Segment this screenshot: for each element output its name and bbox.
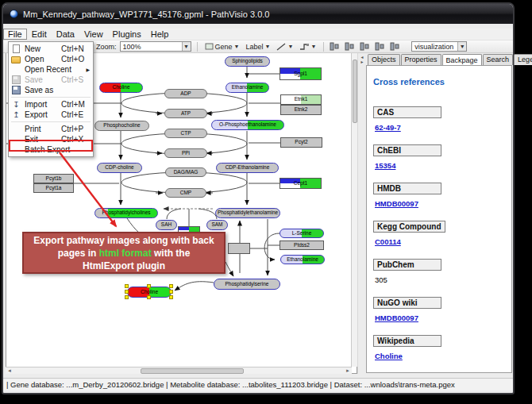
xref-section-pubchem: PubChem305 (373, 256, 505, 284)
scroll-left-icon[interactable]: ◄ (7, 368, 12, 373)
tab-search[interactable]: Search (483, 54, 514, 65)
chevron-down-icon[interactable]: ▼ (457, 42, 466, 51)
toolbar-match-width-icon[interactable] (360, 42, 370, 51)
node-cdp-choline[interactable]: CDP-choline (97, 163, 142, 173)
node-cdp-ethanolamine[interactable]: CDP-Ethanolamine (216, 163, 279, 173)
menubar-item-data[interactable]: Data (52, 29, 79, 40)
menu-item-new[interactable]: NewCtrl+N (9, 44, 93, 54)
menu-item-save[interactable]: SaveCtrl+S (9, 75, 93, 85)
xref-value: 62-49-7 (375, 123, 505, 132)
node-dag-mag[interactable]: DAG/MAG (165, 167, 206, 177)
node-ppi[interactable]: PPi (164, 148, 207, 158)
xref-value: C00114 (375, 237, 505, 246)
collapse-right-icon[interactable]: ► (360, 60, 364, 64)
xref-link[interactable]: C00114 (375, 237, 401, 246)
node-cmp[interactable]: CMP (165, 188, 206, 198)
tab-objects[interactable]: Objects (368, 54, 400, 65)
toolbar-stack-icon[interactable] (390, 42, 400, 51)
xref-link[interactable]: 62-49-7 (375, 123, 401, 132)
node-ethanolamine[interactable]: Ethanolamine (226, 83, 269, 93)
toolbar-align-horizontal-icon[interactable] (330, 42, 340, 51)
menu-item-label: Save as (25, 86, 61, 94)
tab-backpage[interactable]: Backpage (442, 54, 482, 66)
zoom-value: 100% (123, 43, 179, 51)
selection-handle[interactable] (125, 284, 129, 288)
xref-header: CAS (373, 106, 441, 118)
xref-link[interactable]: Choline (375, 352, 403, 360)
node-ethanolamine[interactable]: Ethanolamine (280, 255, 325, 264)
tab-legend[interactable]: Legend (514, 54, 532, 65)
import-icon: ↧ (11, 100, 21, 109)
node-etnk1[interactable]: Etnk1 (280, 94, 322, 105)
menu-item-open[interactable]: OpenCtrl+O (9, 54, 93, 64)
gene-tool-button[interactable]: Gene▼ (203, 41, 241, 52)
menubar-item-edit[interactable]: Edit (27, 29, 52, 40)
xref-header: ChEBI (373, 144, 441, 156)
menubar-item-view[interactable]: View (79, 29, 108, 40)
node-cept1[interactable]: Cept1 (279, 178, 322, 189)
menu-item-shortcut: Ctrl+P (61, 125, 90, 133)
node-phosphocholine[interactable]: Phosphocholine (94, 121, 149, 131)
title-bar[interactable]: Mm_Kennedy_pathway_WP1771_45176.gpml - P… (3, 4, 513, 24)
menu-item-export[interactable]: ↥ExportCtrl+E (9, 110, 93, 120)
line-icon (276, 43, 286, 51)
zoom-combobox[interactable]: 100% ▼ (120, 41, 191, 52)
chevron-down-icon[interactable]: ▼ (182, 42, 191, 51)
node-pcyt1b[interactable]: Pcyt1b (33, 174, 74, 183)
menubar-item-plugins[interactable]: Plugins (108, 29, 146, 40)
scroll-right-icon[interactable]: ► (345, 368, 350, 373)
selection-handle[interactable] (147, 284, 151, 288)
menu-item-shortcut: Ctrl+N (61, 44, 90, 53)
menu-item-import[interactable]: ↧ImportCtrl+M (9, 99, 93, 110)
horizontal-scrollbar[interactable]: ◄ ► (6, 367, 352, 374)
toolbar-match-height-icon[interactable] (375, 42, 385, 51)
xref-link[interactable]: HMDB00097 (375, 314, 418, 322)
menubar-item-file[interactable]: File (3, 29, 27, 40)
node-sgpl1[interactable]: Sgpl1 (279, 67, 322, 80)
xref-header: HMDB (373, 183, 441, 194)
toolbar-distribute-vertical-icon[interactable] (345, 42, 355, 51)
selection-handle[interactable] (125, 295, 129, 299)
line-tool-button[interactable]: ▼ (275, 41, 295, 52)
selection-handle[interactable] (169, 290, 173, 294)
menu-item-print[interactable]: PrintCtrl+P (9, 124, 93, 134)
node-pcyt1a[interactable]: Pcyt1a (33, 183, 74, 193)
visualization-value: visualization (414, 43, 455, 51)
node-pcyt2[interactable]: Pcyt2 (280, 137, 322, 148)
selection-handle[interactable] (125, 290, 129, 294)
node-choline[interactable]: Choline (99, 83, 143, 93)
node-etnk2[interactable]: Etnk2 (280, 105, 322, 115)
node-atp[interactable]: ATP (164, 109, 207, 118)
node-l-serine[interactable]: L-Serine (279, 229, 324, 238)
connector-tool-button[interactable]: ▼ (298, 41, 318, 52)
node-sphingolipids[interactable]: Sphingolipids (225, 56, 270, 67)
node-adp[interactable]: ADP (164, 89, 207, 98)
node-gene-box[interactable] (228, 243, 250, 254)
menubar-item-help[interactable]: Help (146, 29, 174, 40)
xref-link[interactable]: HMDB00097 (375, 199, 418, 208)
menu-item-open-recent[interactable]: Open Recent▶ (9, 64, 93, 75)
tab-properties[interactable]: Properties (401, 54, 441, 65)
node-phosphatidylserine[interactable]: Phosphatidylserine (214, 279, 280, 290)
backpage-panel[interactable]: Cross references CAS62-49-7ChEBI15354HMD… (366, 65, 512, 373)
node-phosphatidylethanolamine[interactable]: Phosphatidylethanolamine (215, 208, 280, 218)
node-sam[interactable]: SAM (206, 220, 228, 230)
node-phosphatidylcholines[interactable]: Phosphatidylcholines (94, 208, 158, 218)
panel-splitter[interactable]: ◄► (357, 53, 366, 374)
horizontal-scrollbar-thumb[interactable] (141, 368, 244, 374)
node-sah[interactable]: SAH (156, 220, 177, 230)
xref-value: 305 (375, 275, 505, 284)
menu-item-save-as[interactable]: Save as (9, 85, 93, 95)
selection-handle[interactable] (147, 295, 151, 299)
xref-link[interactable]: 15354 (375, 161, 395, 170)
window-title: Mm_Kennedy_pathway_WP1771_45176.gpml - P… (23, 10, 269, 19)
label-tool-button[interactable]: Label▼ (244, 41, 272, 52)
node-ctp[interactable]: CTP (164, 129, 207, 138)
selection-handle[interactable] (169, 284, 173, 288)
selection-handle[interactable] (169, 295, 173, 299)
visualization-combobox[interactable]: visualization ▼ (411, 41, 467, 52)
vertical-scrollbar[interactable] (351, 53, 357, 367)
no-icon (11, 65, 21, 74)
node-ptdss2[interactable]: Ptdss2 (279, 240, 324, 250)
node-o-phosphoethanolamine[interactable]: O-Phosphoethanolamine (211, 120, 284, 130)
